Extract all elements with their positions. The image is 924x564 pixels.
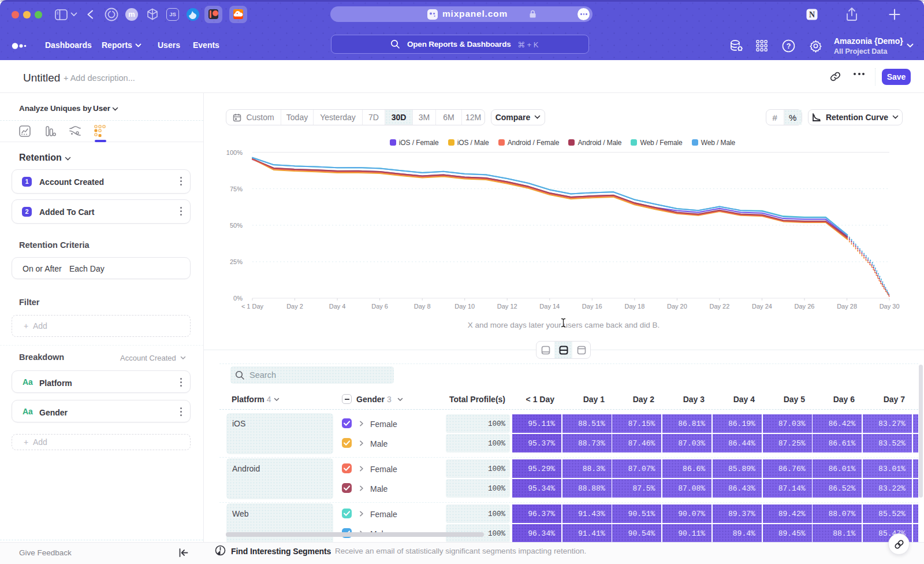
- svg-text:75%: 75%: [230, 185, 243, 192]
- svg-text:Day 12: Day 12: [497, 303, 517, 310]
- svg-text:Day 2: Day 2: [286, 303, 303, 310]
- svg-text:Day 10: Day 10: [454, 303, 475, 310]
- svg-text:Day 6: Day 6: [371, 303, 388, 310]
- svg-text:Day 26: Day 26: [795, 303, 815, 310]
- svg-text:Day 18: Day 18: [624, 303, 644, 310]
- svg-text:Day 24: Day 24: [752, 303, 772, 310]
- svg-text:Day 16: Day 16: [582, 303, 602, 310]
- svg-text:Day 4: Day 4: [329, 303, 346, 310]
- svg-text:Day 8: Day 8: [414, 303, 431, 310]
- svg-text:Day 22: Day 22: [709, 303, 729, 310]
- svg-text:Day 30: Day 30: [880, 303, 900, 310]
- svg-text:0%: 0%: [233, 295, 243, 302]
- svg-text:Day 20: Day 20: [667, 303, 687, 310]
- svg-text:100%: 100%: [226, 149, 243, 156]
- svg-text:Day 28: Day 28: [837, 303, 857, 310]
- svg-text:50%: 50%: [230, 222, 243, 229]
- svg-text:Day 14: Day 14: [539, 303, 560, 310]
- svg-text:25%: 25%: [230, 258, 243, 265]
- svg-text:< 1 Day: < 1 Day: [241, 303, 264, 310]
